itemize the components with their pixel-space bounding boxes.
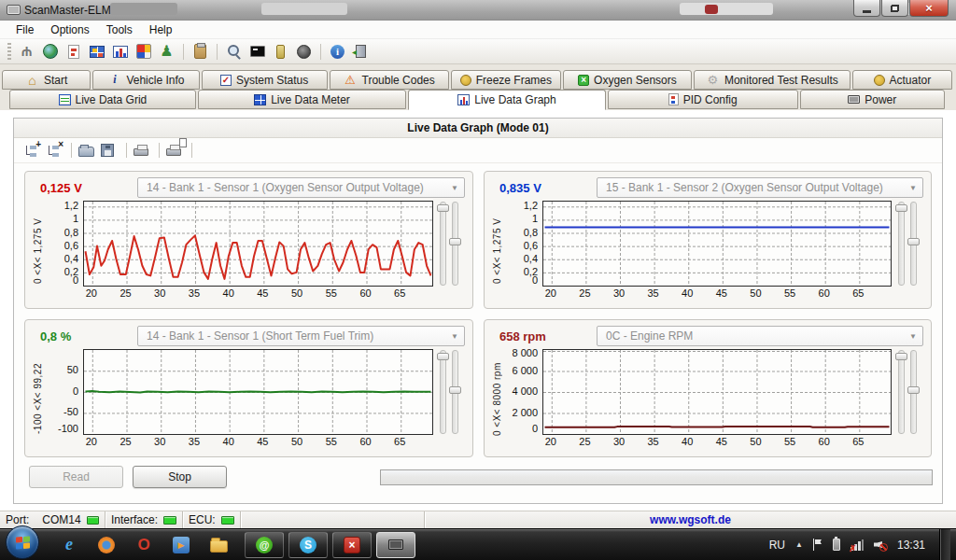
tab-power[interactable]: Power: [800, 90, 946, 109]
tray-expand-icon[interactable]: ▲: [795, 540, 803, 549]
gauge-icon[interactable]: [294, 42, 314, 61]
tab-system-status[interactable]: ✓System Status: [202, 70, 328, 90]
current-value: 0,125 V: [33, 181, 137, 195]
action-center-flag-icon[interactable]: [813, 539, 822, 551]
taskbar-app-scanmaster[interactable]: [376, 532, 415, 558]
close-button[interactable]: ×: [909, 0, 949, 17]
menu-help[interactable]: Help: [141, 21, 181, 38]
tab-strip: ⌂Start iVehicle Info ✓System Status ⚠Tro…: [0, 64, 956, 110]
tab-actuator[interactable]: Actuator: [852, 70, 952, 90]
taskbar-app-skype[interactable]: S: [288, 532, 328, 558]
menu-file[interactable]: File: [7, 21, 42, 38]
volume-muted-icon[interactable]: [874, 539, 887, 551]
device-icon[interactable]: [271, 42, 290, 61]
port-value: COM14: [42, 513, 80, 526]
graph-panel: Live Data Graph (Mode 01) 0,125 V: [13, 118, 943, 504]
media-player-icon[interactable]: ▶: [172, 536, 190, 554]
y-axis-label: 0 <X< 8000 rpm: [492, 349, 505, 449]
grid-list-icon: [59, 94, 71, 105]
globe-icon[interactable]: [40, 42, 60, 61]
y-axis-label: -100 <X< 99,22: [33, 349, 46, 449]
status-bar: Port: COM14 Interface: ECU: www.wgsoft.d…: [0, 511, 956, 528]
taskbar-app-red[interactable]: ×: [332, 532, 372, 558]
main-toolbar: Ψ ♟ i: [0, 39, 956, 64]
save-icon[interactable]: [101, 142, 120, 159]
v-slider[interactable]: [898, 202, 905, 286]
v-slider[interactable]: [898, 350, 905, 434]
background-window-fragment: [110, 3, 177, 15]
ie-icon[interactable]: e: [60, 536, 78, 554]
pid-dropdown[interactable]: 15 - Bank 1 - Sensor 2 (Oxygen Sensor Ou…: [597, 177, 923, 198]
opera-icon[interactable]: O: [134, 536, 153, 554]
minimize-button[interactable]: [853, 0, 880, 17]
tab-start[interactable]: ⌂Start: [2, 70, 91, 90]
tab-vehicle-info[interactable]: iVehicle Info: [92, 70, 199, 90]
start-button[interactable]: [6, 525, 39, 559]
tab-trouble-codes[interactable]: ⚠Trouble Codes: [330, 70, 449, 90]
user-icon[interactable]: ♟: [157, 42, 176, 61]
show-desktop-button[interactable]: [939, 529, 950, 560]
pid-dropdown[interactable]: 14 - Bank 1 - Sensor 1 (Oxygen Sensor Ou…: [137, 177, 465, 198]
data-grid-icon[interactable]: [87, 42, 106, 61]
language-indicator[interactable]: RU: [769, 539, 785, 552]
chevron-down-icon: ▼: [445, 332, 458, 341]
plot-area: [542, 201, 892, 287]
read-button[interactable]: Read: [29, 466, 123, 488]
print-icon[interactable]: [134, 142, 152, 159]
plot-area: [542, 349, 892, 435]
chevron-down-icon: ▼: [445, 184, 458, 192]
open-icon[interactable]: [78, 142, 97, 159]
v-slider[interactable]: [910, 350, 917, 434]
stop-button[interactable]: Stop: [133, 466, 227, 488]
report-icon[interactable]: [63, 42, 83, 61]
chart-panel-rpm: 658 rpm 0C - Engine RPM▼ 0 <X< 8000 rpm …: [484, 319, 932, 457]
toolbar-grip: [7, 43, 11, 60]
exit-door-icon[interactable]: [351, 42, 371, 61]
v-slider[interactable]: [452, 350, 458, 434]
pid-dropdown[interactable]: 0C - Engine RPM▼: [597, 326, 923, 346]
menu-options[interactable]: Options: [42, 21, 97, 38]
battery-icon[interactable]: [833, 539, 840, 551]
tab-live-data-graph[interactable]: Live Data Graph: [408, 90, 606, 110]
v-slider[interactable]: [440, 202, 446, 286]
taskbar-app-icq[interactable]: @: [245, 532, 284, 558]
restore-button[interactable]: [881, 0, 908, 17]
clipboard-icon[interactable]: [190, 42, 210, 61]
remove-graph-icon[interactable]: [46, 142, 64, 159]
v-slider[interactable]: [440, 350, 446, 434]
toolbar-separator: [126, 143, 127, 158]
background-window-fragment: [261, 3, 347, 15]
warning-icon: ⚠: [344, 74, 358, 87]
search-icon[interactable]: [224, 42, 244, 61]
tab-monitored-test-results[interactable]: ⚙Monitored Test Results: [694, 70, 851, 90]
background-window-fragment: [680, 3, 773, 15]
scale-sliders: [892, 201, 923, 287]
tab-pid-config[interactable]: PID Config: [608, 90, 798, 109]
tab-oxygen-sensors[interactable]: ×Oxygen Sensors: [563, 70, 692, 90]
tab-page-live-data-graph: Live Data Graph (Mode 01) 0,125 V: [0, 110, 956, 511]
home-icon: ⌂: [25, 74, 39, 87]
actuator-icon: [874, 75, 885, 86]
buffer-progress: [380, 469, 933, 485]
network-icon[interactable]: [851, 539, 864, 551]
connect-plug-icon[interactable]: Ψ: [17, 42, 36, 61]
firefox-icon[interactable]: [97, 536, 116, 554]
tab-live-data-grid[interactable]: Live Data Grid: [9, 90, 196, 109]
v-slider[interactable]: [452, 202, 458, 286]
tab-freeze-frames[interactable]: Freeze Frames: [451, 70, 561, 90]
info-icon[interactable]: i: [328, 42, 347, 61]
scale-sliders: [433, 349, 465, 435]
pid-colors-icon[interactable]: [134, 42, 153, 61]
menu-tools[interactable]: Tools: [98, 21, 141, 38]
chart-icon[interactable]: [110, 42, 130, 61]
add-graph-icon[interactable]: [23, 142, 42, 159]
v-slider[interactable]: [910, 202, 917, 286]
export-icon[interactable]: [166, 142, 185, 159]
explorer-folder-icon[interactable]: [209, 536, 228, 554]
website-link[interactable]: www.wgsoft.de: [425, 511, 956, 528]
clock[interactable]: 13:31: [897, 539, 925, 552]
tab-live-data-meter[interactable]: Live Data Meter: [198, 90, 406, 109]
red-app-icon: ×: [344, 537, 360, 553]
terminal-icon[interactable]: [247, 42, 267, 61]
pid-dropdown[interactable]: 14 - Bank 1 - Sensor 1 (Short Term Fuel …: [137, 326, 465, 346]
